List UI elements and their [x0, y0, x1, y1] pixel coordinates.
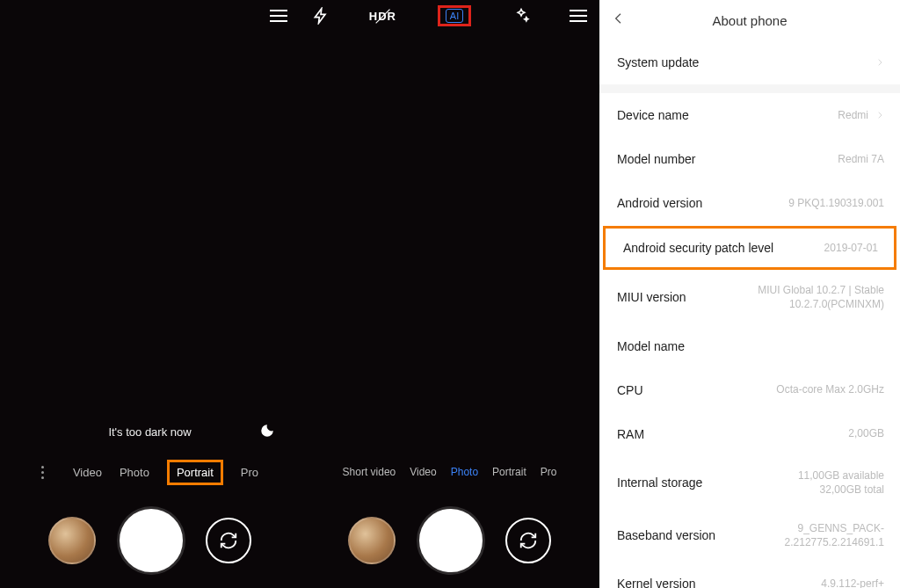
row-value: MIUI Global 10.2.7 | Stable 10.2.7.0(PCM… [758, 283, 884, 311]
camera-top-bar: HDR AI [300, 0, 599, 32]
settings-header: About phone [599, 0, 900, 40]
shutter-button[interactable] [120, 509, 183, 572]
row-label: Android version [617, 196, 702, 210]
flash-icon[interactable] [312, 7, 330, 25]
settings-about-panel: About phone System update Device name Re… [599, 0, 900, 588]
row-label: Baseband version [617, 528, 715, 542]
switch-camera-button[interactable] [206, 518, 251, 563]
row-label: MIUI version [617, 290, 686, 304]
svg-line-0 [376, 9, 390, 23]
row-ram[interactable]: RAM 2,00GB [599, 412, 900, 456]
row-value: Redmi 7A [838, 152, 884, 166]
back-button[interactable] [612, 11, 626, 29]
row-label: System update [617, 55, 699, 69]
gallery-thumbnail[interactable] [348, 517, 396, 564]
row-value: 9_GENNS_PACK-2.212775.2.214691.1 [752, 521, 884, 549]
mode-portrait[interactable]: Portrait [492, 466, 526, 478]
mode-selector: Short video Video Photo Portrait Pro [300, 453, 599, 491]
mode-pro[interactable]: Pro [241, 466, 258, 479]
row-value: 11,00GB available 32,00GB total [798, 468, 884, 497]
camera-top-bar [0, 0, 300, 32]
filters-icon[interactable] [512, 7, 530, 25]
row-miui-version[interactable]: MIUI version MIUI Global 10.2.7 | Stable… [599, 271, 900, 323]
row-internal-storage[interactable]: Internal storage 11,00GB available 32,00… [599, 456, 900, 509]
mode-photo[interactable]: Photo [451, 466, 478, 478]
mode-pro[interactable]: Pro [541, 466, 557, 478]
row-cpu[interactable]: CPU Octa-core Max 2.0GHz [599, 368, 900, 412]
row-security-patch-highlight[interactable]: Android security patch level 2019-07-01 [603, 226, 896, 270]
row-label: Model number [617, 152, 696, 166]
mode-dots-icon [41, 466, 52, 479]
row-value: 2,00GB [848, 426, 884, 440]
camera-viewfinder[interactable] [0, 32, 300, 588]
gallery-thumbnail[interactable] [48, 517, 96, 564]
row-android-version[interactable]: Android version 9 PKQ1.190319.001 [599, 181, 900, 225]
row-label: Kernel version [617, 577, 696, 588]
mode-portrait[interactable]: Portrait [167, 460, 223, 485]
camera-viewfinder[interactable] [300, 32, 599, 588]
row-value: Redmi [838, 108, 868, 122]
shutter-row [300, 509, 599, 572]
section-divider [599, 84, 900, 93]
night-icon[interactable] [259, 423, 275, 439]
chevron-right-icon [875, 107, 884, 123]
chevron-right-icon [875, 54, 884, 70]
mode-video[interactable]: Video [73, 466, 102, 479]
mode-short-video[interactable]: Short video [343, 466, 396, 478]
menu-icon[interactable] [270, 10, 287, 22]
row-label: CPU [617, 383, 643, 397]
hdr-toggle[interactable]: HDR [369, 10, 396, 23]
row-kernel[interactable]: Kernel version 4.9.112-perf+ [599, 562, 900, 588]
row-model-number[interactable]: Model number Redmi 7A [599, 137, 900, 181]
row-value: 9 PKQ1.190319.001 [788, 196, 884, 210]
row-label: Model name [617, 339, 685, 353]
settings-list: System update Device name Redmi Model nu… [599, 40, 900, 588]
page-title: About phone [712, 13, 787, 28]
dark-warning-text: It's too dark now [108, 425, 191, 439]
camera-panel-photo: HDR AI Short video Video Photo Portrait … [300, 0, 599, 588]
shutter-button[interactable] [419, 509, 483, 572]
row-system-update[interactable]: System update [599, 40, 900, 84]
shutter-row [0, 509, 300, 572]
row-model-name[interactable]: Model name [599, 324, 900, 368]
camera-panel-portrait: It's too dark now Video Photo Portrait P… [0, 0, 300, 588]
ai-toggle[interactable]: AI [446, 9, 463, 23]
row-device-name[interactable]: Device name Redmi [599, 93, 900, 137]
menu-icon[interactable] [570, 10, 587, 22]
row-value: Octa-core Max 2.0GHz [776, 382, 884, 396]
row-baseband[interactable]: Baseband version 9_GENNS_PACK-2.212775.2… [599, 509, 900, 562]
row-value: 2019-07-01 [824, 241, 878, 255]
row-label: Internal storage [617, 475, 702, 490]
ai-toggle-highlight: AI [438, 5, 471, 26]
switch-camera-button[interactable] [505, 518, 551, 563]
mode-video[interactable]: Video [410, 466, 436, 478]
mode-selector: Video Photo Portrait Pro [0, 453, 300, 491]
row-label: Android security patch level [623, 241, 773, 255]
row-label: RAM [617, 427, 644, 441]
row-label: Device name [617, 108, 689, 122]
mode-photo[interactable]: Photo [120, 466, 149, 479]
row-value: 4.9.112-perf+ [821, 577, 884, 588]
